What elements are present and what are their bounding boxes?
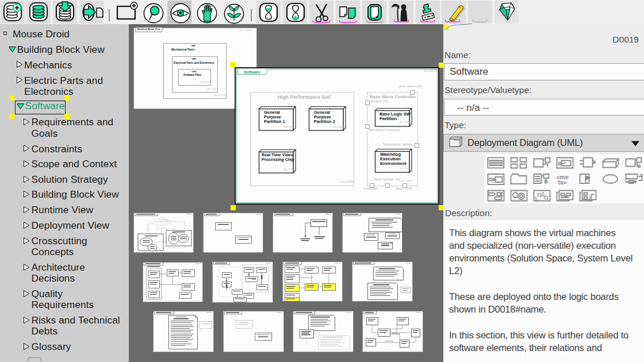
svg-text:ta»: ta» [558, 179, 567, 186]
svg-text:2.: 2. [542, 191, 546, 197]
